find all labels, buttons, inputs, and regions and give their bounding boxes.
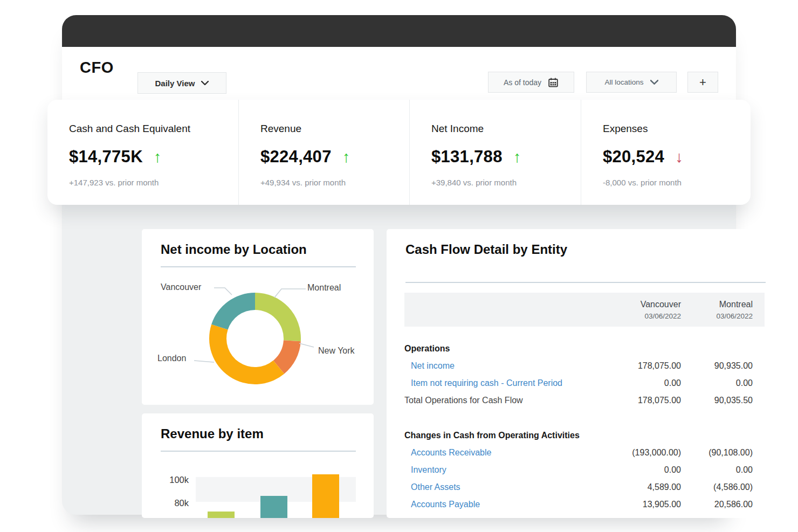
cell-value-montreal: 20,586.00 <box>681 500 753 509</box>
date-filter-button[interactable]: As of today <box>488 72 574 93</box>
column-header-vancouver: Vancouver 03/06/2022 <box>600 300 681 320</box>
add-widget-button[interactable]: + <box>687 72 718 93</box>
entity-date: 03/06/2022 <box>681 312 753 320</box>
kpi-value: $131,788 <box>431 147 503 167</box>
kpi-net-income: Net Income $131,788 ↑ +39,840 vs. prior … <box>410 100 581 205</box>
cell-value-montreal: 0.00 <box>681 378 753 388</box>
kpi-label: Expenses <box>603 123 751 135</box>
panel-title: Cash Flow Detail by Entity <box>405 242 567 257</box>
table-row: Total Operations for Cash Flow178,075.00… <box>404 392 765 409</box>
table-header-row: Vancouver 03/06/2022 Montreal 03/06/2022 <box>404 293 765 327</box>
table-row: Other Assets4,589.00(4,586.00) <box>404 479 765 496</box>
callout-connector-line <box>299 343 314 347</box>
page-title: CFO <box>80 59 114 77</box>
kpi-revenue: Revenue $224,407 ↑ +49,934 vs. prior mon… <box>239 100 410 205</box>
table-section-heading: Operations <box>404 340 765 357</box>
row-label-link[interactable]: Net income <box>404 361 600 371</box>
cell-value-vancouver: 4,589.00 <box>600 482 681 492</box>
kpi-value: $20,524 <box>603 147 664 167</box>
row-label-link[interactable]: Item not requiring cash - Current Period <box>404 378 600 388</box>
date-filter-label: As of today <box>504 78 541 87</box>
view-selector-dropdown[interactable]: Daily View <box>137 72 226 94</box>
view-selector-label: Daily View <box>155 79 195 88</box>
callout-connector-line <box>274 289 306 298</box>
donut-label-montreal: Montreal <box>307 283 341 293</box>
cell-value-vancouver: 178,075.00 <box>600 396 681 405</box>
cash-flow-rows: OperationsNet income178,075.0090,935.00I… <box>404 340 765 513</box>
table-row: Accounts Payable13,905.0020,586.00 <box>404 496 765 513</box>
callout-connector-line <box>214 288 232 295</box>
kpi-delta: +147,923 vs. prior month <box>69 178 238 187</box>
kpi-value: $224,407 <box>260 147 332 167</box>
window-top-bar <box>62 15 736 47</box>
column-header-montreal: Montreal 03/06/2022 <box>681 300 753 320</box>
entity-name: Montreal <box>681 300 753 309</box>
net-income-donut-chart <box>142 229 374 405</box>
cell-value-vancouver: (193,000.00) <box>600 448 681 458</box>
row-label-link[interactable]: Inventory <box>404 465 600 475</box>
y-axis-tick: 100k <box>156 475 189 485</box>
donut-label-new-york: New York <box>318 346 355 356</box>
down-arrow-icon: ↓ <box>675 148 683 166</box>
kpi-value: $14,775K <box>69 147 143 167</box>
callout-connector-line <box>194 361 214 362</box>
kpi-delta: +39,840 vs. prior month <box>431 178 581 187</box>
entity-name: Vancouver <box>600 300 681 309</box>
cash-flow-detail-panel: Cash Flow Detail by Entity Vancouver 03/… <box>387 229 789 518</box>
donut-segment-vancouver[interactable] <box>211 293 255 330</box>
cell-value-vancouver: 0.00 <box>600 378 681 388</box>
table-row: Inventory0.000.00 <box>404 461 765 479</box>
title-divider <box>405 282 766 283</box>
up-arrow-icon: ↑ <box>342 148 350 166</box>
table-row: Accounts Receivable(193,000.00)(90,108.0… <box>404 444 765 461</box>
revenue-bar-3[interactable] <box>312 474 339 518</box>
panel-title: Revenue by item <box>161 426 264 441</box>
revenue-bar-1[interactable] <box>208 512 235 518</box>
cell-value-montreal: 90,935.00 <box>681 361 753 371</box>
table-section-heading: Changes in Cash from Operating Activitie… <box>404 427 765 444</box>
kpi-label: Cash and Cash Equivalent <box>69 123 238 135</box>
up-arrow-icon: ↑ <box>154 148 162 166</box>
chevron-down-icon <box>201 81 209 85</box>
location-filter-dropdown[interactable]: All locations <box>586 72 677 93</box>
cell-value-montreal: 0.00 <box>681 465 753 475</box>
row-label-link[interactable]: Other Assets <box>404 482 600 492</box>
row-label-link[interactable]: Accounts Payable <box>404 500 600 509</box>
revenue-bar-2[interactable] <box>260 496 287 519</box>
kpi-delta: -8,000 vs. prior month <box>603 178 751 187</box>
calendar-icon <box>548 77 559 88</box>
donut-label-london: London <box>157 354 186 363</box>
row-label-link[interactable]: Accounts Receivable <box>404 448 600 458</box>
entity-date: 03/06/2022 <box>600 312 681 320</box>
kpi-summary-card: Cash and Cash Equivalent $14,775K ↑ +147… <box>47 100 751 205</box>
cell-value-montreal: 90,035.50 <box>681 396 753 405</box>
donut-label-vancouver: Vancouver <box>161 282 201 292</box>
donut-segment-london[interactable] <box>209 324 284 384</box>
cell-value-montreal: (90,108.00) <box>681 448 753 458</box>
title-divider <box>161 451 356 452</box>
kpi-expenses: Expenses $20,524 ↓ -8,000 vs. prior mont… <box>581 100 751 205</box>
up-arrow-icon: ↑ <box>513 148 521 166</box>
revenue-by-item-panel: Revenue by item 100k 80k <box>142 413 374 518</box>
row-label: Total Operations for Cash Flow <box>404 396 600 405</box>
table-row: Item not requiring cash - Current Period… <box>404 375 765 392</box>
donut-segment-montreal[interactable] <box>255 293 301 341</box>
kpi-cash-and-cash-equivalent: Cash and Cash Equivalent $14,775K ↑ +147… <box>47 100 239 205</box>
dashboard-header: CFO Daily View As of today All loc <box>62 47 736 108</box>
location-filter-label: All locations <box>604 78 643 86</box>
y-axis-tick: 80k <box>156 498 189 508</box>
kpi-delta: +49,934 vs. prior month <box>260 178 409 187</box>
cell-value-vancouver: 13,905.00 <box>600 500 681 509</box>
cell-value-vancouver: 178,075.00 <box>600 361 681 371</box>
cell-value-montreal: (4,586.00) <box>681 482 753 492</box>
chevron-down-icon <box>650 80 658 85</box>
kpi-label: Revenue <box>260 123 409 135</box>
kpi-label: Net Income <box>431 123 581 135</box>
dashboard-window: CFO Daily View As of today All loc <box>62 15 736 515</box>
cfo-dashboard-page: CFO Daily View As of today All loc <box>0 0 798 532</box>
net-income-by-location-panel: Net income by Location Vancouver Montrea… <box>142 229 374 405</box>
table-row: Net income178,075.0090,935.00 <box>404 357 765 375</box>
cell-value-vancouver: 0.00 <box>600 465 681 475</box>
